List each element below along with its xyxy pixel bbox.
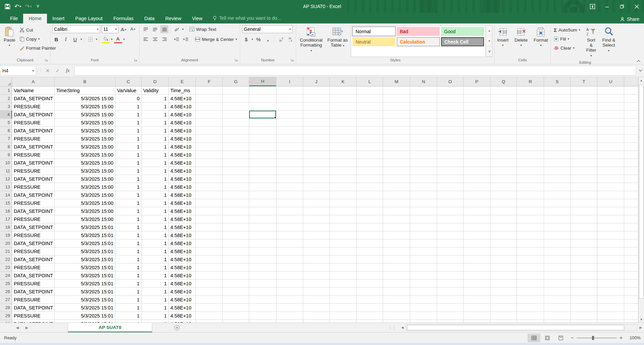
cell-D1[interactable]: Validity [142,87,169,95]
cell-F29[interactable] [196,312,223,320]
format-cells-button[interactable]: Format ▾ [532,25,550,57]
cell-J21[interactable] [303,247,330,255]
cell-I15[interactable] [276,199,303,207]
cell-T26[interactable] [571,288,597,296]
cell-T11[interactable] [571,167,597,175]
cell-C11[interactable]: 1 [115,167,142,175]
cell-T27[interactable] [571,296,597,304]
cell-K24[interactable] [330,272,357,280]
cell-Q27[interactable] [490,296,517,304]
row-header-26[interactable]: 26 [0,288,12,296]
cell-O8[interactable] [437,143,464,151]
cell-D21[interactable]: 1 [142,247,169,255]
cell-L4[interactable] [357,111,383,119]
cell-J22[interactable] [303,255,330,264]
cell-G5[interactable] [223,119,249,127]
cell-P5[interactable] [464,119,490,127]
cell-L30[interactable] [357,320,383,323]
cell-E10[interactable]: 4.58E+10 [169,159,196,167]
cell-L15[interactable] [357,199,383,207]
cell-Q9[interactable] [490,151,517,159]
cell-H16[interactable] [249,207,276,215]
row-header-15[interactable]: 15 [0,199,12,207]
cell-V28[interactable] [624,304,638,312]
cell-K14[interactable] [330,191,357,199]
cell-I26[interactable] [276,288,303,296]
cell-P27[interactable] [464,296,490,304]
cell-D19[interactable]: 1 [142,231,169,239]
cell-S6[interactable] [544,127,571,135]
cell-G2[interactable] [223,95,249,103]
cell-E25[interactable]: 4.58E+10 [169,280,196,288]
increase-decimal-button[interactable]: ←.0.00 [276,35,284,43]
row-header-22[interactable]: 22 [0,255,12,264]
scroll-right-icon[interactable]: ▶ [637,323,644,332]
cell-S21[interactable] [544,247,571,255]
cell-I22[interactable] [276,255,303,264]
zoom-slider[interactable] [577,338,617,338]
cell-E19[interactable]: 4.58E+10 [169,231,196,239]
cell-S8[interactable] [544,143,571,151]
cell-H19[interactable] [249,231,276,239]
cell-Q23[interactable] [490,264,517,272]
cell-Q3[interactable] [490,103,517,111]
cell-T5[interactable] [571,119,597,127]
cell-L14[interactable] [357,191,383,199]
cell-E4[interactable]: 4.58E+10 [169,111,196,119]
cell-E18[interactable]: 4.58E+10 [169,223,196,231]
cell-H25[interactable] [249,280,276,288]
cell-H30[interactable] [249,320,276,323]
cell-U9[interactable] [597,151,624,159]
cell-S2[interactable] [544,95,571,103]
cell-B23[interactable]: 5/3/2025 15:01 [55,264,115,272]
comma-style-button[interactable]: , [264,35,272,43]
row-header-24[interactable]: 24 [0,272,12,280]
cell-B24[interactable]: 5/3/2025 15:01 [55,272,115,280]
cell-C5[interactable]: 1 [115,119,142,127]
cell-D30[interactable]: 1 [142,320,169,323]
column-header-S[interactable]: S [544,77,571,86]
cell-D28[interactable]: 1 [142,304,169,312]
column-header-D[interactable]: D [142,77,169,86]
cell-N5[interactable] [410,119,437,127]
cell-S22[interactable] [544,255,571,264]
cell-F15[interactable] [196,199,223,207]
cell-H7[interactable] [249,135,276,143]
cell-Q19[interactable] [490,231,517,239]
cell-I28[interactable] [276,304,303,312]
row-header-2[interactable]: 2 [0,95,12,103]
cell-O28[interactable] [437,304,464,312]
cell-B14[interactable]: 5/3/2025 15:00 [55,191,115,199]
cell-E22[interactable]: 4.58E+10 [169,255,196,264]
cell-M5[interactable] [383,119,410,127]
column-header-G[interactable]: G [223,77,249,86]
cell-U5[interactable] [597,119,624,127]
cell-H26[interactable] [249,288,276,296]
paste-button[interactable]: Paste ▾ [2,25,17,57]
cell-E28[interactable]: 4.58E+10 [169,304,196,312]
cell-H4[interactable] [249,111,276,119]
zoom-slider-knob[interactable] [592,336,594,340]
cell-F16[interactable] [196,207,223,215]
cell-R16[interactable] [517,207,544,215]
cell-D11[interactable]: 1 [142,167,169,175]
styles-scroll-up[interactable]: ▲ [487,25,492,36]
underline-button[interactable]: U [71,35,79,43]
cell-F19[interactable] [196,231,223,239]
cell-S7[interactable] [544,135,571,143]
cell-U25[interactable] [597,280,624,288]
cell-D18[interactable]: 1 [142,223,169,231]
row-header-5[interactable]: 5 [0,119,12,127]
cell-O16[interactable] [437,207,464,215]
cell-L26[interactable] [357,288,383,296]
cell-N7[interactable] [410,135,437,143]
cell-S13[interactable] [544,183,571,191]
cell-R19[interactable] [517,231,544,239]
styles-more-button[interactable] [487,46,492,57]
cell-M27[interactable] [383,296,410,304]
cell-J25[interactable] [303,280,330,288]
cell-Q5[interactable] [490,119,517,127]
cell-Q13[interactable] [490,183,517,191]
cell-C9[interactable]: 1 [115,151,142,159]
cell-T16[interactable] [571,207,597,215]
